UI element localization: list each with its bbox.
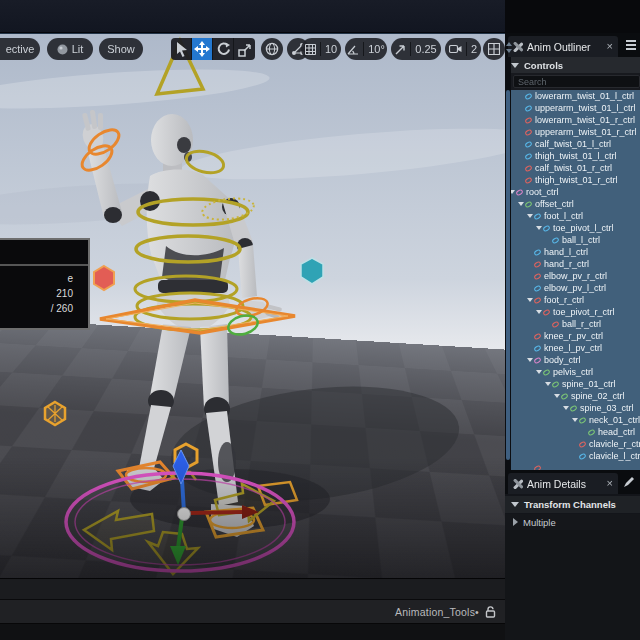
expand-arrow-icon[interactable] [535,370,543,374]
scale-tool-button[interactable] [234,38,255,60]
maximize-viewport-button[interactable] [483,38,505,60]
tree-item-label: body_ctrl [544,355,581,365]
select-tool-button[interactable] [171,38,192,60]
tree-item-label: calf_twist_01_r_ctrl [535,163,612,173]
camera-speed-control[interactable]: 2 [445,38,481,60]
unlock-icon[interactable] [485,606,496,618]
tree-row[interactable]: spine_03_ctrl [505,402,640,414]
tree-row[interactable]: upperarm_twist_01_l_ctrl [505,102,640,114]
viewport-bottom-strip [0,578,505,599]
multiple-row[interactable]: Multiple [505,514,640,530]
tree-scrollbar[interactable] [505,57,511,470]
elbow-pv-hexagon-teal[interactable] [301,258,323,284]
tree-row[interactable]: ball_r_ctrl [505,318,640,330]
window-top-strip [0,0,505,33]
scrollbar-thumb[interactable] [506,90,510,460]
tab-anim-details[interactable]: Anim Details × [508,473,618,494]
panel-top-strip [505,0,640,33]
details-empty-area [505,530,640,640]
tree-row[interactable]: neck_01_ctrl [505,414,640,426]
expand-arrow-icon[interactable] [517,202,525,206]
expand-arrow-icon[interactable] [526,214,534,218]
expand-arrow-icon[interactable] [571,418,579,422]
tree-item-label: toe_pivot_r_ctrl [553,307,615,317]
grid-snap-control[interactable]: 10 [301,38,341,60]
edit-pencil-icon[interactable] [623,476,635,488]
control-icon [524,92,533,100]
tooltip-header [0,240,88,266]
control-icon [533,260,542,268]
tree-row[interactable]: foot_r_ctrl [505,294,640,306]
tree-row[interactable]: root_ctrl [505,186,640,198]
tooltip-lines: e 210 / 260 [0,266,88,316]
expand-arrow-icon[interactable] [562,406,570,410]
tree-row[interactable]: lowerarm_twist_01_l_ctrl [505,90,640,102]
close-icon[interactable]: × [607,41,613,52]
controls-label: Controls [524,60,563,71]
control-icon [560,392,569,400]
controls-section-header[interactable]: Controls [505,57,640,73]
control-icon [533,344,542,352]
tree-row[interactable]: hand_l_ctrl [505,246,640,258]
tree-row[interactable]: offset_ctrl [505,198,640,210]
tree-row[interactable]: head_ctrl [505,426,640,438]
tree-row[interactable]: clavicle_l_ctrl [505,450,640,462]
scroll-arrows[interactable] [506,39,512,56]
cloud-streaks [0,62,505,232]
close-icon[interactable]: × [607,478,613,489]
transform-channels-header[interactable]: Transform Channels [505,496,640,513]
lit-mode-button[interactable]: Lit [47,38,93,60]
tree-row[interactable]: elbow_pv_l_ctrl [505,282,640,294]
show-menu-button[interactable]: Show [99,38,143,60]
expand-arrow-icon[interactable] [535,226,543,230]
tree-row[interactable]: calf_twist_01_l_ctrl [505,138,640,150]
3d-viewport[interactable]: ective Lit Show [0,33,505,578]
tree-row[interactable]: spine_02_ctrl [505,390,640,402]
tree-row[interactable]: toe_pivot_r_ctrl [505,306,640,318]
tree-row[interactable] [505,462,640,470]
tree-row[interactable]: hand_r_ctrl [505,258,640,270]
tree-row[interactable]: toe_pivot_l_ctrl [505,222,640,234]
tree-item-label: upperarm_twist_01_l_ctrl [535,103,636,113]
move-tool-button[interactable] [192,38,213,60]
tree-item-label: clavicle_l_ctrl [589,451,640,461]
tree-row[interactable]: spine_01_ctrl [505,378,640,390]
knee-pv-hexagon-orange[interactable] [45,402,65,425]
asset-name-label[interactable]: Animation_Tools• [395,606,479,618]
expand-arrow-icon[interactable] [535,310,543,314]
grid-snap-value: 10 [325,43,337,55]
world-space-button[interactable] [261,38,283,60]
elbow-pv-hexagon-red[interactable] [94,266,114,290]
tree-row[interactable]: pelvis_ctrl [505,366,640,378]
chevron-right-icon [513,518,518,526]
expand-arrow-icon[interactable] [553,394,561,398]
scale-snap-icon [395,44,406,55]
rotation-snap-control[interactable]: 10° [345,38,387,60]
tree-item-label: elbow_pv_r_ctrl [544,271,607,281]
rotate-tool-button[interactable] [213,38,234,60]
control-icon [569,404,578,412]
tab-anim-outliner[interactable]: Anim Outliner × [508,36,618,57]
tree-row[interactable]: calf_twist_01_r_ctrl [505,162,640,174]
tree-row[interactable]: elbow_pv_r_ctrl [505,270,640,282]
tree-row[interactable]: upperarm_twist_01_r_ctrl [505,126,640,138]
tree-row[interactable]: lowerarm_twist_01_r_ctrl [505,114,640,126]
tree-row[interactable]: foot_l_ctrl [505,210,640,222]
tree-item-label: thigh_twist_01_r_ctrl [535,175,618,185]
expand-arrow-icon[interactable] [526,298,534,302]
tree-row[interactable]: body_ctrl [505,354,640,366]
tree-row[interactable]: clavicle_r_ctrl [505,438,640,450]
expand-arrow-icon[interactable] [526,358,534,362]
scale-snap-control[interactable]: 0.25 [391,38,441,60]
search-input[interactable] [513,75,640,88]
tree-row[interactable]: knee_r_pv_ctrl [505,330,640,342]
perspective-button[interactable]: ective [0,38,40,60]
tree-row[interactable]: knee_l_pv_ctrl [505,342,640,354]
tree-item-label: neck_01_ctrl [589,415,640,425]
tree-row[interactable]: thigh_twist_01_l_ctrl [505,150,640,162]
control-icon [533,212,542,220]
tree-row[interactable]: thigh_twist_01_r_ctrl [505,174,640,186]
expand-arrow-icon[interactable] [544,382,552,386]
tree-row[interactable]: ball_l_ctrl [505,234,640,246]
hamburger-menu-icon[interactable] [626,40,636,50]
